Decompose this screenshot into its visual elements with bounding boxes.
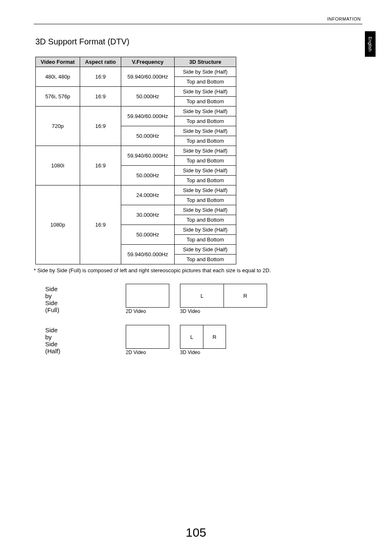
cell-aspect: 16:9: [80, 146, 121, 185]
cell-aspect: 16:9: [80, 185, 121, 264]
box-l: L: [180, 284, 224, 308]
box-r: R: [203, 325, 226, 349]
caption-2d: 2D Video: [126, 350, 169, 355]
cell-structure: Side by Side (Half): [175, 245, 236, 255]
diagram-half-title: Side by Side (Half): [45, 327, 60, 354]
cell-structure: Top and Bottom: [175, 255, 236, 264]
cell-frequency: 50.000Hz: [121, 87, 175, 107]
cell-structure: Side by Side (Half): [175, 107, 236, 116]
caption-3d: 3D Video: [180, 350, 226, 355]
cell-structure: Side by Side (Half): [175, 225, 236, 235]
cell-structure: Side by Side (Half): [175, 166, 236, 176]
table-header: Video Format: [36, 57, 80, 67]
cell-structure: Top and Bottom: [175, 97, 236, 107]
box-l: L: [180, 325, 203, 349]
diagram-full-title: Side by Side (Full): [45, 285, 59, 313]
cell-aspect: 16:9: [80, 87, 121, 107]
diagram-half-3d: L R 3D Video: [180, 325, 226, 355]
format-table: Video FormatAspect ratioV.Frequency3D St…: [35, 57, 236, 264]
cell-frequency: 24.000Hz: [121, 185, 175, 205]
cell-structure: Top and Bottom: [175, 116, 236, 126]
caption-3d: 3D Video: [180, 308, 267, 314]
cell-structure: Side by Side (Half): [175, 185, 236, 195]
box-2d: [126, 284, 169, 308]
cell-frequency: 59.940/60.000Hz: [121, 146, 175, 166]
page-title: 3D Support Format (DTV): [35, 37, 129, 46]
table-row: 1080i16:959.940/60.000HzSide by Side (Ha…: [36, 146, 236, 156]
cell-frequency: 50.000Hz: [121, 225, 175, 245]
box-2d: [126, 325, 169, 349]
diagram-half-2d: 2D Video: [126, 325, 169, 355]
header-rule: [34, 24, 362, 24]
table-header: Aspect ratio: [80, 57, 121, 67]
caption-2d: 2D Video: [126, 308, 169, 314]
diagram-full-3d: L R 3D Video: [180, 284, 267, 314]
header-section: INFORMATION: [327, 16, 361, 21]
diagram-full-2d: 2D Video: [126, 284, 169, 314]
cell-structure: Side by Side (Half): [175, 146, 236, 156]
cell-structure: Top and Bottom: [175, 156, 236, 166]
cell-format: 720p: [36, 107, 80, 146]
cell-structure: Side by Side (Half): [175, 67, 236, 77]
cell-frequency: 59.940/60.000Hz: [121, 67, 175, 87]
cell-structure: Top and Bottom: [175, 215, 236, 225]
table-row: 480i, 480p16:959.940/60.000HzSide by Sid…: [36, 67, 236, 77]
cell-structure: Side by Side (Half): [175, 87, 236, 97]
cell-format: 576i, 576p: [36, 87, 80, 107]
table-header: V.Frequency: [121, 57, 175, 67]
cell-structure: Top and Bottom: [175, 176, 236, 185]
cell-structure: Side by Side (Half): [175, 205, 236, 215]
cell-structure: Side by Side (Half): [175, 126, 236, 136]
cell-structure: Top and Bottom: [175, 77, 236, 87]
language-label: English: [368, 37, 373, 51]
cell-frequency: 50.000Hz: [121, 166, 175, 185]
cell-frequency: 30.000Hz: [121, 205, 175, 225]
table-row: 720p16:959.940/60.000HzSide by Side (Hal…: [36, 107, 236, 116]
page-number: 105: [0, 526, 392, 540]
table-row: 576i, 576p16:950.000HzSide by Side (Half…: [36, 87, 236, 97]
cell-structure: Top and Bottom: [175, 235, 236, 245]
cell-frequency: 59.940/60.000Hz: [121, 245, 175, 264]
cell-frequency: 59.940/60.000Hz: [121, 107, 175, 126]
cell-structure: Top and Bottom: [175, 195, 236, 205]
cell-format: 480i, 480p: [36, 67, 80, 87]
table-row: 1080p16:924.000HzSide by Side (Half): [36, 185, 236, 195]
cell-format: 1080p: [36, 185, 80, 264]
footnote: * Side by Side (Full) is composed of lef…: [34, 267, 271, 273]
format-table-wrap: Video FormatAspect ratioV.Frequency3D St…: [35, 57, 236, 264]
cell-format: 1080i: [36, 146, 80, 185]
language-tab: English: [365, 31, 376, 57]
table-header: 3D Structure: [175, 57, 236, 67]
cell-aspect: 16:9: [80, 107, 121, 146]
box-r: R: [224, 284, 267, 308]
cell-structure: Top and Bottom: [175, 136, 236, 146]
cell-frequency: 50.000Hz: [121, 126, 175, 146]
cell-aspect: 16:9: [80, 67, 121, 87]
